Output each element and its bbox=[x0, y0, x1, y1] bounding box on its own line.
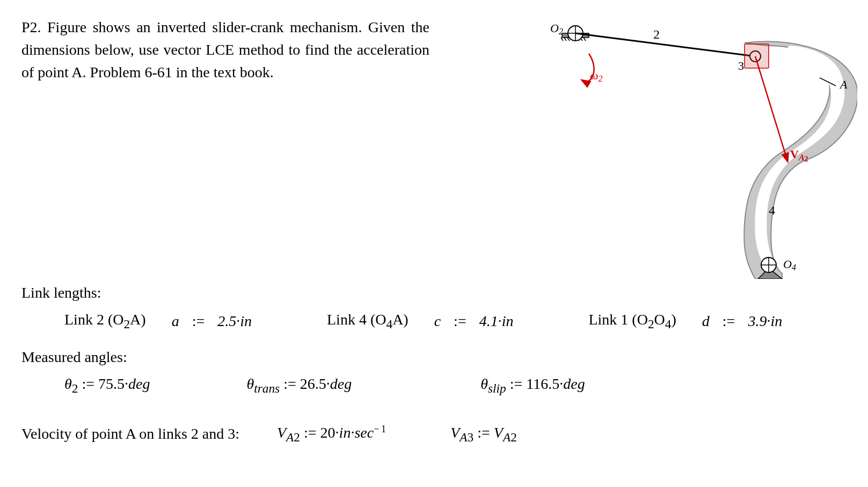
problem-description: P2. Figure shows an inverted slider-cran… bbox=[21, 19, 429, 80]
link1-assign-op: := bbox=[723, 313, 735, 330]
measured-angles-section: Measured angles: θ2 := 75.5·deg θtrans :… bbox=[21, 349, 854, 401]
o4-label: O4 bbox=[783, 257, 796, 272]
measured-angles-title: Measured angles: bbox=[21, 349, 854, 366]
velocity-row: Velocity of point A on links 2 and 3: VA… bbox=[21, 424, 854, 445]
link4-assign: c bbox=[434, 313, 441, 330]
theta-trans-expr: θtrans := 26.5·deg bbox=[246, 375, 352, 396]
ground-o2 bbox=[561, 26, 589, 41]
va2-expr: VA2 := 20·in·sec− 1 bbox=[277, 424, 386, 445]
va2-arrow bbox=[755, 56, 787, 161]
link4-assign-op: := bbox=[454, 313, 466, 330]
link2-label: 2 bbox=[653, 27, 660, 41]
theta-slip-expr: θslip := 116.5·deg bbox=[480, 375, 585, 396]
velocity-section: Velocity of point A on links 2 and 3: VA… bbox=[21, 424, 854, 445]
link2-label-text: Link 2 (O2A) bbox=[64, 311, 146, 331]
diagram-area: O2 2 3 A 4 bbox=[546, 5, 857, 279]
link2-assign-op: := bbox=[192, 313, 205, 330]
svg-line-1 bbox=[561, 38, 563, 41]
link-lengths-title: Link lengths: bbox=[21, 284, 854, 301]
va3-expr: VA3 := VA2 bbox=[450, 424, 517, 445]
link-lengths-section: Link lengths: Link 2 (O2A) a := 2.5·in L… bbox=[21, 284, 854, 337]
joint3-highlight bbox=[745, 44, 769, 68]
angle-row: θ2 := 75.5·deg θtrans := 26.5·deg θslip … bbox=[64, 375, 854, 396]
link1-item: Link 1 (O2O4) d := 3.9·in bbox=[588, 311, 782, 331]
link1-value: 3.9·in bbox=[748, 313, 782, 330]
link2-value: 2.5·in bbox=[217, 313, 252, 330]
mechanism-diagram: O2 2 3 A 4 bbox=[546, 5, 857, 279]
link1-assign: d bbox=[702, 313, 710, 330]
svg-line-2 bbox=[564, 38, 566, 41]
link4-value: 4.1·in bbox=[479, 313, 514, 330]
o2-label: O2 bbox=[550, 21, 563, 36]
velocity-label-text: Velocity of point A on links 2 and 3: bbox=[21, 425, 239, 442]
link4-label-text: Link 4 (O4A) bbox=[327, 311, 409, 331]
link3-label: 3 bbox=[738, 59, 744, 72]
link1-label-text: Link 1 (O2O4) bbox=[588, 311, 676, 331]
link4-label: 4 bbox=[769, 203, 775, 217]
a-label: A bbox=[839, 78, 848, 91]
link2-assign: a bbox=[172, 313, 179, 330]
problem-text: P2. Figure shows an inverted slider-cran… bbox=[21, 16, 429, 84]
svg-line-8 bbox=[583, 38, 586, 41]
theta2-expr: θ2 := 75.5·deg bbox=[64, 375, 150, 396]
link4-item: Link 4 (O4A) c := 4.1·in bbox=[327, 311, 513, 331]
link2-line bbox=[575, 33, 755, 56]
omega2-label: ω2 bbox=[590, 69, 603, 83]
link-row: Link 2 (O2A) a := 2.5·in Link 4 (O4A) c … bbox=[64, 311, 854, 331]
link2-item: Link 2 (O2A) a := 2.5·in bbox=[64, 311, 252, 331]
